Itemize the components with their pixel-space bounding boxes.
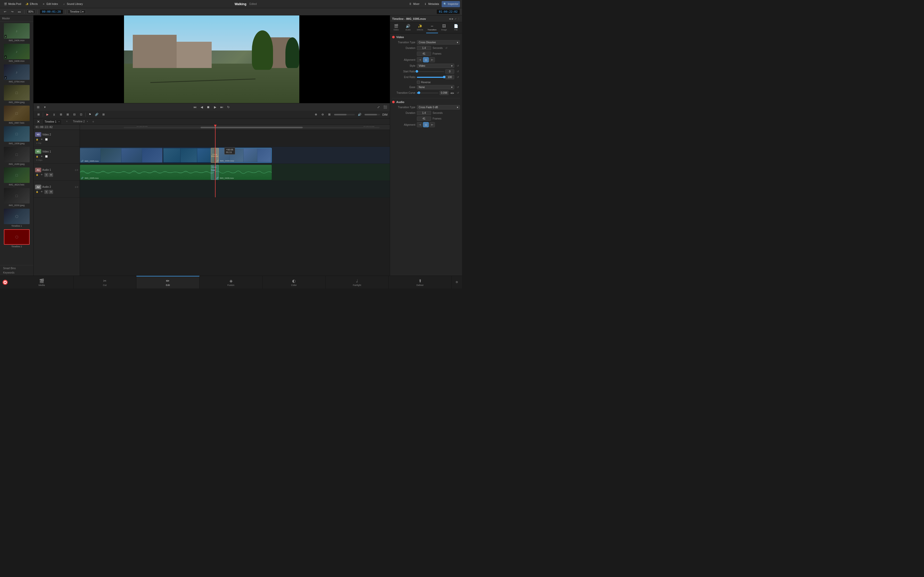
a1-clip1[interactable]: 🔗 IMG_0395.mov [80,165,214,180]
cross-fade-marker[interactable]: Cross Fade [211,165,219,180]
media-pool-btn[interactable]: 🎬 Media Pool [2,1,23,7]
tab-deliver[interactable]: ⬆ Deliver [389,276,452,288]
reverse-checkbox-label[interactable]: Reverse [417,81,431,84]
tab-timeline1[interactable]: Timeline 1 ▾ [42,119,62,124]
media-item-img4624[interactable]: □ IMG_4624.heic [1,167,32,187]
media-item-img0994[interactable]: □ IMG_0994.jpeg [1,84,32,104]
tc-next[interactable]: ▶ [452,92,454,94]
tab-file[interactable]: 📄 File [450,22,462,33]
marker-btn[interactable]: ⚑ [87,112,93,118]
more-btn[interactable]: ••• [16,9,22,15]
inspector-btn[interactable]: 🔍 Inspector [442,1,460,7]
tab-audio[interactable]: 🔊 Audio [402,22,414,33]
v1-clip2[interactable]: 🔗 IMG_0408.mov [215,148,272,163]
audio-duration-seconds[interactable]: 1.4 [417,111,431,115]
align-center-btn[interactable]: ⊡ [423,57,429,62]
a1-eye-btn[interactable]: 👁 [40,173,44,177]
add-timeline-btn[interactable]: + [91,119,96,124]
v1-eye-btn[interactable]: 👁 [40,154,44,158]
tab-timeline1-chevron[interactable]: ▾ [58,121,60,123]
start-ratio-reset[interactable]: ↺ [456,69,460,74]
blade-tool-btn[interactable]: ⧖ [51,112,57,118]
end-ratio-reset[interactable]: ↺ [456,75,460,79]
tab-cut[interactable]: ✂ Cut [73,276,137,288]
ext-monitor-btn[interactable]: ⬛ [383,105,388,110]
a2-s-btn[interactable]: S [44,190,48,194]
inspector-next-btn[interactable]: ▶ [452,18,454,20]
tc-track[interactable] [417,92,439,93]
metadata-btn[interactable]: ℹ Metadata [422,1,441,7]
start-ratio-track[interactable] [417,71,444,72]
inspector-expand-btn[interactable]: ⤢ [454,18,457,20]
stop-btn[interactable]: ⏹ [206,105,211,110]
select-tool-btn[interactable]: ▶ [45,112,50,118]
tab-timeline2[interactable]: Timeline 2 ▾ [71,119,90,124]
ease-reset-btn[interactable]: ↺ [456,85,460,89]
a2-lock-btn[interactable]: 🔒 [35,190,39,194]
zoom-fit-btn[interactable]: ⊠ [326,112,332,118]
keywords-btn[interactable]: Keywords [2,271,31,275]
v1-clip1[interactable]: 🔗 IMG_0395.mov [80,148,162,163]
settings-btn[interactable]: ⚙ [452,280,462,284]
a2-m-btn[interactable]: M [49,190,53,194]
edit-index-btn[interactable]: ≡ Edit Index [40,1,59,7]
start-ratio-slider[interactable]: 0 [417,69,454,74]
loop-btn[interactable]: ↻ [226,105,231,110]
ripple-tool-btn[interactable]: ⊟ [71,112,77,118]
timecode-display2[interactable]: 01:00:22:02 [436,9,460,14]
step-back-btn[interactable]: ◀ [199,105,204,110]
smart-bins-btn[interactable]: Smart Bins [2,266,31,270]
link-btn[interactable]: 🔗 [94,112,100,118]
end-ratio-track[interactable] [417,77,444,78]
v2-lock-btn[interactable]: 🔒 [35,137,39,142]
tab-edit[interactable]: ✏ Edit [136,276,200,288]
slip-tool-btn[interactable]: ⊡ [78,112,84,118]
a1-lock-btn[interactable]: 🔒 [35,173,39,177]
audio-align-center-btn[interactable]: ⊡ [423,122,429,127]
duration-reset-btn[interactable]: ↺ [444,46,448,50]
timeline-scrollbar-thumb[interactable] [200,127,303,128]
cut-clip-btn[interactable]: ⊠ [65,112,70,118]
end-ratio-input[interactable]: 100 [445,75,454,79]
media-item-img0406[interactable]: ♪ ♪ IMG_0406.mov [1,23,32,42]
zoom-in-timeline-btn[interactable]: ⊕ [313,112,319,118]
tab-image[interactable]: 🖼 Image [438,22,450,33]
preview-chevron-btn[interactable]: ▾ [42,105,47,110]
media-item-img0408[interactable]: ♪ ♪ IMG_0408.mov [1,43,32,63]
timeline-scrollbar[interactable] [124,127,380,128]
transition-type-dropdown[interactable]: Cross Dissolve ▾ [417,40,460,45]
audio-transition-dropdown[interactable]: Cross Fade 0 dB ▾ [417,105,460,110]
media-item-timeline1[interactable]: ⬡ Timeline 1 [1,208,32,228]
audio-vol-btn[interactable]: 🔊 [357,112,362,118]
preview-menu-btn[interactable]: ⊞ [36,105,41,110]
trim-tool-btn[interactable]: ⊞ [58,112,64,118]
timecode-display[interactable]: 00:00:01:28 [40,9,63,14]
undo-btn[interactable]: ↩ [2,9,8,15]
v2-eye-btn[interactable]: 👁 [40,137,44,142]
tab-fairlight[interactable]: ♩ Fairlight [326,276,389,288]
cross-dissolve-marker[interactable]: Cross Dissolve [211,148,219,163]
style-reset-btn[interactable]: ↺ [456,64,460,68]
tab-timeline2-chevron[interactable]: ▾ [87,120,88,122]
timeline-close-btn[interactable]: ✕ [36,119,41,124]
v1-clip-mid[interactable] [163,148,215,163]
media-item-img4180[interactable]: □ IMG_4180.jpeg [1,146,32,166]
play-btn[interactable]: ▶ [212,105,218,110]
timeline-menu-btn[interactable]: ⊞ [36,112,41,118]
skip-to-end-btn[interactable]: ⏭ [219,105,224,110]
align-left-btn[interactable]: ⊣ [417,57,423,62]
fullscreen-btn[interactable]: ⤢ [376,105,381,110]
inspector-more-btn[interactable]: ⋮ [458,18,460,20]
a1-clip2[interactable]: 🔗 IMG_0408.mov [215,165,272,180]
ease-dropdown[interactable]: None ▾ [417,85,454,89]
tab-fusion[interactable]: ◈ Fusion [200,276,263,288]
tab-media[interactable]: 🎬 Media [10,276,73,288]
media-item-timeline2[interactable]: ⬡ Timeline 2 [1,229,32,248]
duration-seconds-input[interactable]: 1.4 [417,46,431,50]
inspector-prev-btn[interactable]: ◀ [449,18,451,20]
effects-btn[interactable]: ✨ Effects [24,1,39,7]
tc-reset[interactable]: ↺ [456,91,460,95]
v1-lock-btn[interactable]: 🔒 [35,154,39,158]
media-item-img1938[interactable]: □ IMG_1938.jpeg [1,126,32,145]
timeline-selector[interactable]: Timeline 1 ▾ [68,10,86,14]
